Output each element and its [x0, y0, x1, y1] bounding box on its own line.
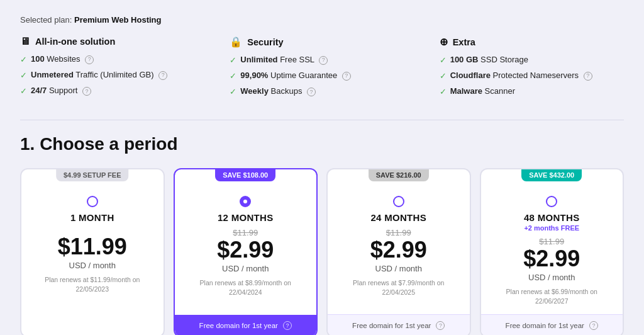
plan-card-48months[interactable]: SAVE $432.00 48 MONTHS +2 months FREE $1…: [480, 168, 625, 335]
feature-item-0-0: ✓ 100 Websites ?: [20, 54, 204, 65]
feature-item-2-2: ✓ Malware Scanner: [440, 86, 624, 98]
plan-renews-12months: Plan renews at $8.99/month on 22/04/2024: [185, 278, 307, 298]
free-domain-label-12months: Free domain for 1st year: [199, 322, 278, 329]
plans-row: $4.99 SETUP FEE 1 MONTH $11.99 USD / mon…: [20, 168, 624, 335]
feature-item-0-2: ✓ 24/7 Support ?: [20, 85, 204, 97]
help-icon-1-2[interactable]: ?: [307, 88, 316, 96]
feature-item-2-0: ✓ 100 GB SSD Storage: [440, 54, 624, 66]
feature-col-security: 🔒 Security ✓ Unlimited Free SSL ? ✓ 99,9…: [230, 36, 414, 102]
allinone-title: All-in-one solution: [35, 37, 115, 47]
plan-price-1month: $11.99: [58, 236, 127, 258]
check-icon: ✓: [20, 70, 27, 81]
plan-renews-48months: Plan renews at $6.99/month on 22/06/2027: [491, 287, 613, 307]
features-row: 🖥 All-in-one solution ✓ 100 Websites ? ✓…: [20, 36, 624, 102]
extra-title: Extra: [453, 37, 475, 47]
plan-currency-24months: USD / month: [375, 264, 422, 273]
feature-item-1-0: ✓ Unlimited Free SSL ?: [230, 54, 414, 66]
plan-renews-24months: Plan renews at $7.99/month on 22/04/2025: [338, 278, 460, 298]
feature-title-allinone: 🖥 All-in-one solution: [20, 36, 204, 47]
feature-item-2-1: ✓ Cloudflare Protected Nameservers ?: [440, 70, 624, 82]
plan-period-12months: 12 MONTHS: [218, 212, 274, 223]
plan-price-48months: $2.99: [523, 247, 580, 270]
feature-col-allinone: 🖥 All-in-one solution ✓ 100 Websites ? ✓…: [20, 36, 204, 102]
feature-item-0-1: ✓ Unmetered Traffic (Unlimited GB) ?: [20, 69, 204, 81]
section-divider: [20, 120, 624, 120]
security-title: Security: [247, 37, 283, 47]
plan-period-24months: 24 MONTHS: [370, 212, 426, 223]
plan-badge-12months: SAVE $108.00: [215, 169, 275, 181]
help-icon-0-0[interactable]: ?: [85, 55, 94, 64]
help-icon-0-1[interactable]: ?: [158, 71, 167, 80]
selected-plan-name: Premium Web Hosting: [74, 15, 161, 25]
check-icon: ✓: [440, 86, 447, 98]
free-domain-help-48months[interactable]: ?: [589, 321, 598, 330]
allinone-icon: 🖥: [20, 36, 30, 47]
feature-title-extra: ⊕ Extra: [440, 36, 624, 48]
plan-currency-12months: USD / month: [222, 264, 269, 273]
section-title: 1. Choose a period: [20, 134, 624, 154]
security-icon: 🔒: [230, 36, 242, 48]
help-icon-1-1[interactable]: ?: [342, 72, 351, 81]
plan-card-1month[interactable]: $4.99 SETUP FEE 1 MONTH $11.99 USD / mon…: [20, 168, 165, 335]
plan-card-12months[interactable]: SAVE $108.00 12 MONTHS $11.99 $2.99 USD …: [174, 168, 318, 335]
check-icon: ✓: [20, 86, 27, 97]
free-domain-help-24months[interactable]: ?: [436, 321, 445, 330]
help-icon-2-1[interactable]: ?: [584, 72, 592, 81]
extra-icon: ⊕: [440, 36, 448, 48]
selected-plan-label: Selected plan:: [20, 15, 72, 25]
plan-radio-48months[interactable]: [546, 196, 557, 207]
check-icon: ✓: [230, 86, 236, 98]
plan-original-price-48months: $11.99: [539, 237, 564, 246]
feature-col-extra: ⊕ Extra ✓ 100 GB SSD Storage ✓ Cloudflar…: [440, 36, 624, 102]
plan-body-48months: 48 MONTHS +2 months FREE $11.99 $2.99 US…: [481, 169, 623, 315]
check-icon: ✓: [230, 71, 236, 82]
plan-original-price-24months: $11.99: [386, 228, 411, 237]
plan-price-24months: $2.99: [370, 239, 427, 261]
help-icon-0-2[interactable]: ?: [82, 87, 91, 96]
plan-radio-12months[interactable]: [240, 196, 251, 207]
plan-period-1month: 1 MONTH: [70, 212, 114, 223]
plan-footer-48months: Free domain for 1st year ?: [481, 314, 623, 335]
plan-radio-1month[interactable]: [87, 196, 98, 207]
plan-original-price-12months: $11.99: [233, 228, 258, 237]
plan-period-extra-48months: +2 months FREE: [524, 224, 579, 232]
plan-footer-12months: Free domain for 1st year ?: [175, 315, 317, 335]
plan-renews-1month: Plan renews at $11.99/month on 22/05/202…: [31, 275, 153, 295]
plan-card-24months[interactable]: SAVE $216.00 24 MONTHS $11.99 $2.99 USD …: [326, 168, 471, 335]
check-icon: ✓: [230, 55, 236, 66]
feature-item-1-2: ✓ Weekly Backups ?: [230, 86, 414, 98]
plan-badge-24months: SAVE $216.00: [369, 169, 429, 181]
feature-title-security: 🔒 Security: [230, 36, 414, 48]
plan-currency-48months: USD / month: [528, 273, 575, 282]
check-icon: ✓: [440, 71, 447, 82]
feature-item-1-1: ✓ 99,90% Uptime Guarantee ?: [230, 70, 414, 82]
plan-body-12months: 12 MONTHS $11.99 $2.99 USD / month Plan …: [175, 169, 317, 315]
check-icon: ✓: [440, 55, 447, 66]
free-domain-help-12months[interactable]: ?: [283, 321, 292, 330]
plan-footer-24months: Free domain for 1st year ?: [328, 314, 470, 335]
plan-body-24months: 24 MONTHS $11.99 $2.99 USD / month Plan …: [328, 169, 470, 315]
free-domain-label-24months: Free domain for 1st year: [352, 322, 431, 329]
selected-plan-bar: Selected plan: Premium Web Hosting: [20, 15, 624, 25]
plan-body-1month: 1 MONTH $11.99 USD / month Plan renews a…: [21, 169, 164, 312]
help-icon-1-0[interactable]: ?: [319, 56, 328, 65]
plan-period-48months: 48 MONTHS: [524, 212, 580, 223]
plan-currency-1month: USD / month: [69, 261, 116, 270]
plan-price-12months: $2.99: [217, 239, 274, 261]
check-icon: ✓: [20, 54, 27, 65]
plan-badge-1month: $4.99 SETUP FEE: [56, 169, 129, 181]
plan-radio-24months[interactable]: [393, 196, 404, 207]
free-domain-label-48months: Free domain for 1st year: [506, 322, 584, 329]
plan-badge-48months: SAVE $432.00: [521, 169, 582, 181]
